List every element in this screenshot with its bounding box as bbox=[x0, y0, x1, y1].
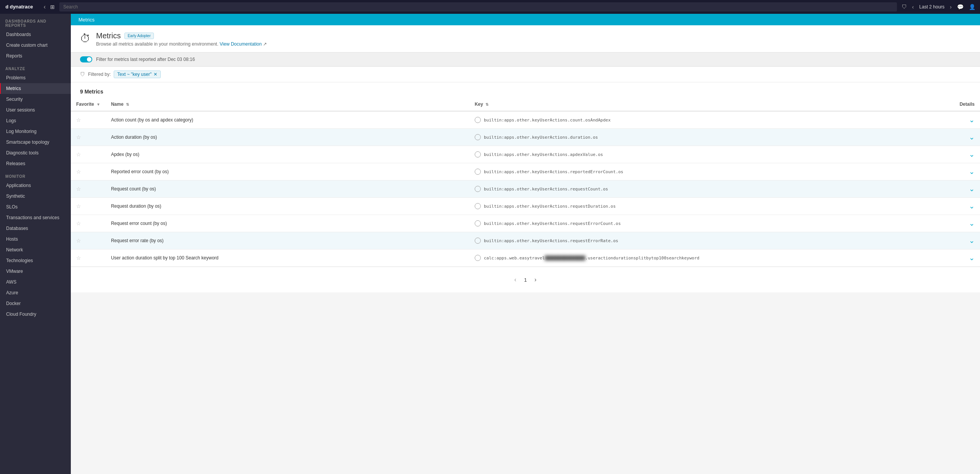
pagination-next-button[interactable]: › bbox=[533, 275, 538, 285]
content-header-bar: Metrics bbox=[71, 14, 980, 25]
content-area: Metrics ⏱ Metrics Early Adopter Browse a… bbox=[71, 14, 980, 474]
star-icon[interactable]: ☆ bbox=[76, 203, 81, 209]
details-expand-button[interactable]: ⌄ bbox=[955, 133, 975, 141]
sidebar-item-diagnostic-tools[interactable]: Diagnostic tools bbox=[0, 148, 71, 158]
pagination-prev-button[interactable]: ‹ bbox=[513, 275, 518, 285]
sidebar-item-aws[interactable]: AWS bbox=[0, 277, 71, 287]
details-expand-button[interactable]: ⌄ bbox=[955, 236, 975, 245]
sidebar-item-azure[interactable]: Azure bbox=[0, 287, 71, 298]
sidebar-item-releases[interactable]: Releases bbox=[0, 158, 71, 169]
sidebar-item-network[interactable]: Network bbox=[0, 244, 71, 255]
view-documentation-link[interactable]: View Documentation bbox=[220, 41, 262, 47]
table-row: ☆Reported error count (by os)builtin:app… bbox=[71, 163, 980, 180]
sidebar-item-docker[interactable]: Docker bbox=[0, 298, 71, 309]
details-expand-button[interactable]: ⌄ bbox=[955, 202, 975, 210]
key-type-icon bbox=[475, 220, 481, 226]
key-sort-icon: ⇅ bbox=[485, 102, 488, 107]
chat-icon[interactable]: 💬 bbox=[957, 4, 964, 10]
table-row: ☆Request error count (by os)builtin:apps… bbox=[71, 215, 980, 232]
metric-name-cell: Action count (by os and apdex category) bbox=[106, 111, 469, 129]
sidebar-item-problems[interactable]: Problems bbox=[0, 72, 71, 83]
filter-toggle[interactable] bbox=[80, 56, 92, 62]
metrics-table-container: 9 Metrics Favorite ▼ Name ⇅ bbox=[71, 82, 980, 292]
metrics-count: 9 Metrics bbox=[71, 82, 980, 98]
back-button[interactable]: ‹ bbox=[44, 3, 46, 10]
details-expand-button[interactable]: ⌄ bbox=[955, 116, 975, 124]
search-input[interactable] bbox=[59, 2, 897, 11]
sidebar-item-smartscape-topology[interactable]: Smartscape topology bbox=[0, 137, 71, 148]
metric-details-cell: ⌄ bbox=[949, 215, 980, 232]
star-icon[interactable]: ☆ bbox=[76, 117, 81, 123]
sidebar-item-applications[interactable]: Applications bbox=[0, 180, 71, 191]
col-header-name[interactable]: Name ⇅ bbox=[106, 98, 469, 111]
star-icon[interactable]: ☆ bbox=[76, 255, 81, 261]
table-row: ☆Apdex (by os)builtin:apps.other.keyUser… bbox=[71, 146, 980, 163]
sidebar-item-technologies[interactable]: Technologies bbox=[0, 255, 71, 266]
sidebar-item-dashboards[interactable]: Dashboards bbox=[0, 29, 71, 40]
sidebar-item-metrics[interactable]: Metrics bbox=[0, 83, 71, 94]
metric-details-cell: ⌄ bbox=[949, 249, 980, 267]
star-icon[interactable]: ☆ bbox=[76, 169, 81, 175]
metric-key-cell: calc:apps.web.easytravel████████████████… bbox=[469, 249, 949, 267]
filter-by-label: Filtered by: bbox=[88, 72, 111, 77]
favorite-cell: ☆ bbox=[71, 232, 106, 249]
sidebar-item-log-monitoring[interactable]: Log Monitoring bbox=[0, 126, 71, 137]
favorite-cell: ☆ bbox=[71, 249, 106, 267]
filter-icon[interactable]: ⛉ bbox=[902, 4, 907, 10]
metric-key-cell: builtin:apps.other.keyUserActions.apdexV… bbox=[469, 146, 949, 163]
col-header-favorite[interactable]: Favorite ▼ bbox=[71, 98, 106, 111]
sidebar-item-vmware[interactable]: VMware bbox=[0, 266, 71, 277]
col-header-key[interactable]: Key ⇅ bbox=[469, 98, 949, 111]
metric-name-cell: User action duration split by top 100 Se… bbox=[106, 249, 469, 267]
star-icon[interactable]: ☆ bbox=[76, 238, 81, 244]
sidebar-section-monitor: Monitor bbox=[0, 169, 71, 180]
time-range[interactable]: Last 2 hours bbox=[919, 4, 944, 10]
prev-time-icon[interactable]: ‹ bbox=[912, 4, 914, 10]
key-type-icon bbox=[475, 255, 481, 261]
table-row: ☆Request count (by os)builtin:apps.other… bbox=[71, 180, 980, 198]
star-icon[interactable]: ☆ bbox=[76, 220, 81, 226]
filter-chip-close-icon[interactable]: ✕ bbox=[154, 72, 157, 77]
content-inner: ⏱ Metrics Early Adopter Browse all metri… bbox=[71, 25, 980, 474]
metric-key-cell: builtin:apps.other.keyUserActions.reques… bbox=[469, 198, 949, 215]
sidebar-item-databases[interactable]: Databases bbox=[0, 223, 71, 234]
sidebar-item-slos[interactable]: SLOs bbox=[0, 202, 71, 212]
details-expand-button[interactable]: ⌄ bbox=[955, 254, 975, 262]
sidebar-item-hosts[interactable]: Hosts bbox=[0, 234, 71, 244]
details-expand-button[interactable]: ⌄ bbox=[955, 167, 975, 176]
sidebar-item-user-sessions[interactable]: User sessions bbox=[0, 105, 71, 115]
sidebar-item-create-custom-chart[interactable]: Create custom chart bbox=[0, 40, 71, 51]
metric-key-cell: builtin:apps.other.keyUserActions.report… bbox=[469, 163, 949, 180]
key-type-icon bbox=[475, 186, 481, 192]
next-time-icon[interactable]: › bbox=[950, 4, 952, 10]
sidebar-item-transactions-and-services[interactable]: Transactions and services bbox=[0, 212, 71, 223]
table-row: ☆Request error rate (by os)builtin:apps.… bbox=[71, 232, 980, 249]
sidebar-item-logs[interactable]: Logs bbox=[0, 115, 71, 126]
sidebar-item-security[interactable]: Security bbox=[0, 94, 71, 105]
grid-icon[interactable]: ⊞ bbox=[50, 4, 55, 10]
favorite-cell: ☆ bbox=[71, 180, 106, 198]
metric-key-cell: builtin:apps.other.keyUserActions.reques… bbox=[469, 232, 949, 249]
logo: d dynatrace bbox=[5, 3, 39, 11]
sidebar-item-reports[interactable]: Reports bbox=[0, 51, 71, 61]
details-expand-button[interactable]: ⌄ bbox=[955, 185, 975, 193]
sidebar-item-synthetic[interactable]: Synthetic bbox=[0, 191, 71, 202]
svg-text:d dynatrace: d dynatrace bbox=[5, 4, 33, 10]
metric-key-cell: builtin:apps.other.keyUserActions.reques… bbox=[469, 215, 949, 232]
details-expand-button[interactable]: ⌄ bbox=[955, 150, 975, 159]
metric-name-cell: Request count (by os) bbox=[106, 180, 469, 198]
table-header-row: Favorite ▼ Name ⇅ Key ⇅ bbox=[71, 98, 980, 111]
star-icon[interactable]: ☆ bbox=[76, 134, 81, 140]
table-row: ☆User action duration split by top 100 S… bbox=[71, 249, 980, 267]
favorite-cell: ☆ bbox=[71, 129, 106, 146]
metric-key-cell: builtin:apps.other.keyUserActions.reques… bbox=[469, 180, 949, 198]
sidebar-item-cloud-foundry[interactable]: Cloud Foundry bbox=[0, 309, 71, 320]
user-icon[interactable]: 👤 bbox=[969, 4, 975, 10]
star-icon[interactable]: ☆ bbox=[76, 186, 81, 192]
metric-name-cell: Action duration (by os) bbox=[106, 129, 469, 146]
metric-details-cell: ⌄ bbox=[949, 180, 980, 198]
details-expand-button[interactable]: ⌄ bbox=[955, 219, 975, 228]
star-icon[interactable]: ☆ bbox=[76, 151, 81, 157]
filter-chip-text[interactable]: Text ~ "key user" ✕ bbox=[114, 71, 161, 78]
favorite-sort-icon: ▼ bbox=[96, 102, 100, 107]
